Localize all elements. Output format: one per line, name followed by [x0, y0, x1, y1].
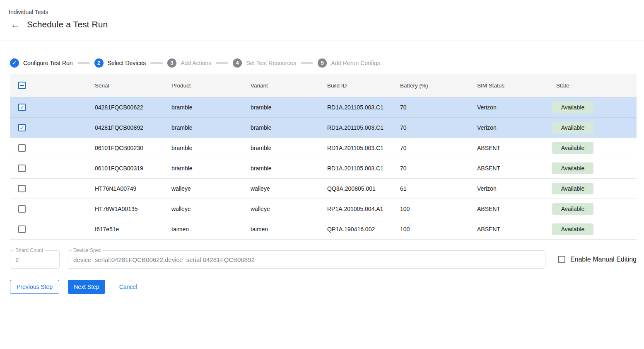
header-checkbox-cell	[10, 82, 95, 89]
cell-variant: walleye	[251, 185, 327, 192]
stepper-connector	[150, 62, 163, 64]
enable-manual-editing[interactable]: Enable Manual Editing	[558, 256, 637, 263]
table-row[interactable]: ✓04281FQCB00892bramblebrambleRD1A.201105…	[10, 117, 637, 138]
table-row[interactable]: HT76W1A00135walleyewalleyeRP1A.201005.00…	[10, 199, 637, 219]
state-badge: Available	[552, 162, 593, 174]
state-badge: Available	[552, 203, 593, 215]
cell-sim-status: Verizon	[477, 185, 552, 192]
cell-sim-status: Verizon	[477, 124, 552, 131]
column-header-product: Product	[171, 82, 251, 89]
cell-build-id: RD1A.201105.003.C1	[327, 165, 400, 172]
row-checkbox[interactable]	[18, 225, 26, 233]
row-checkbox[interactable]	[18, 144, 26, 152]
table-row[interactable]: HT76N1A00749walleyewalleyeQQ3A.200805.00…	[10, 178, 637, 199]
breadcrumb[interactable]: Individual Tests	[9, 9, 48, 15]
cell-state: Available	[552, 223, 637, 235]
row-checkbox[interactable]	[18, 165, 26, 172]
row-checkbox[interactable]: ✓	[18, 104, 26, 111]
column-header-build-id: Build ID	[327, 82, 400, 89]
cancel-button[interactable]: Cancel	[113, 280, 144, 294]
cell-state: Available	[552, 203, 637, 215]
row-checkbox[interactable]	[18, 185, 26, 192]
cell-product: bramble	[171, 104, 251, 111]
cell-battery: 70	[400, 145, 477, 151]
back-arrow-icon[interactable]: ←	[10, 19, 23, 29]
cell-sim-status: Verizon	[477, 104, 552, 111]
stepper: ✓Configure Test Run2Select Devices3Add A…	[0, 41, 644, 74]
cell-state: Available	[552, 162, 637, 174]
cell-product: walleye	[171, 185, 251, 192]
column-header-state: State	[552, 82, 637, 89]
cell-sim-status: ABSENT	[477, 206, 552, 212]
row-checkbox-cell	[10, 225, 95, 233]
table-row[interactable]: ✓04281FQCB00622bramblebrambleRD1A.201105…	[10, 97, 637, 117]
step-label: Add Actions	[181, 60, 211, 66]
cell-build-id: RP1A.201005.004.A1	[327, 206, 400, 212]
cell-battery: 70	[400, 165, 477, 172]
device-spec-label: Device Spec	[72, 247, 103, 253]
row-checkbox-cell	[10, 165, 95, 172]
cell-serial: HT76W1A00135	[95, 206, 171, 212]
table-body: ✓04281FQCB00622bramblebrambleRD1A.201105…	[10, 97, 637, 239]
page-header: Individual Tests ← Schedule a Test Run	[0, 0, 644, 41]
column-header-variant: Variant	[251, 82, 327, 89]
state-badge: Available	[552, 122, 593, 133]
step-number: 3	[167, 58, 176, 68]
check-icon: ✓	[10, 58, 19, 68]
table-row[interactable]: 06101FQCB00319bramblebrambleRD1A.201105.…	[10, 158, 637, 178]
device-spec-field[interactable]: Device Spec device_serial:04281FQCB00622…	[68, 250, 545, 269]
cell-product: bramble	[171, 124, 251, 131]
cell-serial: HT76N1A00749	[95, 185, 171, 192]
state-badge: Available	[552, 183, 593, 194]
action-buttons: Previous Step Next Step Cancel	[10, 280, 644, 294]
stepper-step-add-actions[interactable]: 3Add Actions	[167, 58, 211, 68]
state-badge: Available	[552, 142, 593, 154]
table-row[interactable]: 06101FQCB00230bramblebrambleRD1A.201105.…	[10, 138, 637, 158]
stepper-connector	[216, 62, 228, 64]
cell-serial: 06101FQCB00230	[95, 145, 171, 151]
cell-build-id: RD1A.201105.003.C1	[327, 104, 400, 111]
cell-sim-status: ABSENT	[477, 145, 552, 151]
cell-variant: taimen	[251, 226, 327, 233]
stepper-step-select-devices[interactable]: 2Select Devices	[94, 58, 146, 68]
device-table: Serial Product Variant Build ID Battery …	[10, 74, 637, 240]
cell-battery: 70	[400, 124, 477, 131]
row-checkbox-cell	[10, 205, 95, 213]
shard-count-label: Shard Count	[14, 247, 45, 253]
cell-sim-status: ABSENT	[477, 226, 552, 233]
state-badge: Available	[552, 223, 593, 235]
device-spec-value: device_serial:04281FQCB00622;device_seri…	[73, 256, 255, 263]
stepper-step-add-rerun-configs[interactable]: 5Add Rerun Configs	[318, 58, 380, 68]
stepper-connector	[301, 62, 313, 64]
column-header-serial: Serial	[95, 82, 171, 89]
cell-state: Available	[552, 183, 637, 194]
previous-step-button[interactable]: Previous Step	[10, 280, 59, 294]
cell-product: taimen	[171, 226, 251, 233]
stepper-step-configure-test-run[interactable]: ✓Configure Test Run	[10, 58, 73, 68]
select-all-checkbox[interactable]	[18, 82, 26, 89]
row-checkbox-cell	[10, 185, 95, 192]
cell-battery: 100	[400, 226, 477, 233]
cell-sim-status: ABSENT	[477, 165, 552, 172]
cell-build-id: QP1A.190416.002	[327, 226, 400, 233]
row-checkbox[interactable]	[18, 205, 26, 213]
cell-variant: bramble	[251, 165, 327, 172]
shard-count-field[interactable]: Shard Count 2	[10, 250, 60, 269]
row-checkbox-cell	[10, 144, 95, 152]
step-label: Add Rerun Configs	[331, 60, 380, 66]
step-number: 2	[94, 58, 104, 68]
manual-editing-checkbox[interactable]	[558, 256, 565, 263]
row-checkbox-cell: ✓	[10, 124, 95, 131]
table-row[interactable]: f617e51etaimentaimenQP1A.190416.002100AB…	[10, 219, 637, 239]
page-title: Schedule a Test Run	[27, 19, 108, 29]
cell-variant: bramble	[251, 145, 327, 151]
manual-editing-label: Enable Manual Editing	[570, 256, 637, 263]
cell-serial: 04281FQCB00892	[95, 124, 171, 131]
cell-serial: 04281FQCB00622	[95, 104, 171, 111]
cell-state: Available	[552, 122, 637, 133]
stepper-step-set-test-resources[interactable]: 4Set Test Resources	[233, 58, 296, 68]
column-header-sim: SIM Status	[477, 82, 552, 89]
row-checkbox[interactable]: ✓	[18, 124, 26, 131]
cell-state: Available	[552, 142, 637, 154]
next-step-button[interactable]: Next Step	[68, 280, 105, 294]
